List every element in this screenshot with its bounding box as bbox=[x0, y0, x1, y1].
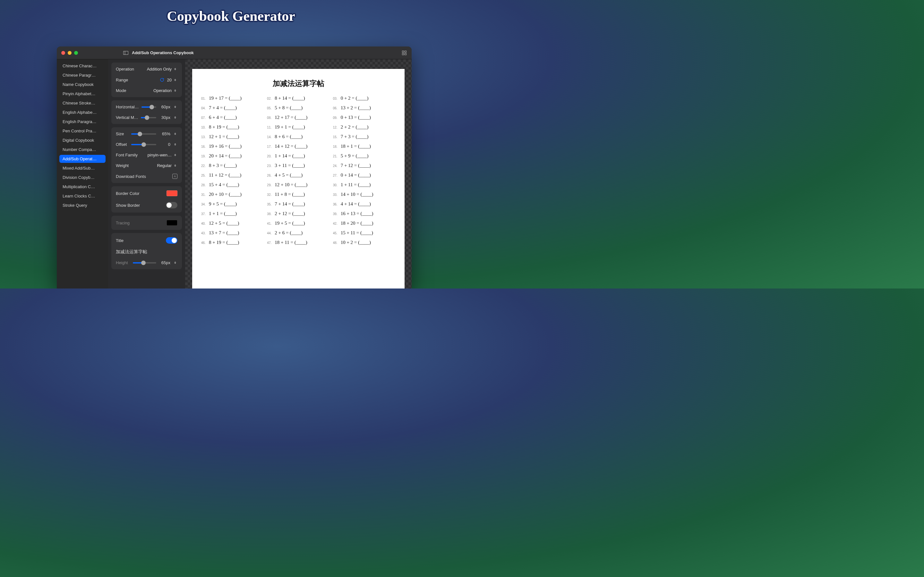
toggle-show-border[interactable] bbox=[166, 202, 178, 208]
problem: 06.13 + 2 = (____) bbox=[333, 105, 396, 111]
row-mode: Mode Operation bbox=[111, 85, 182, 96]
problem-equation: 9 + 5 = (____) bbox=[209, 201, 237, 207]
problem: 28.15 + 4 = (____) bbox=[201, 182, 264, 187]
select-weight[interactable]: Regular bbox=[157, 163, 178, 168]
stepper-vertical[interactable] bbox=[173, 115, 178, 120]
select-mode[interactable]: Operation bbox=[153, 88, 178, 93]
sidebar-item[interactable]: Multiplication C… bbox=[59, 183, 105, 191]
value-offset: 0 bbox=[159, 142, 170, 147]
problem-equation: 8 + 19 = (____) bbox=[209, 124, 239, 130]
sidebar-item[interactable]: Division Copyb… bbox=[59, 173, 105, 181]
problem-number: 17. bbox=[267, 145, 273, 148]
swatch-tracing[interactable] bbox=[166, 220, 178, 226]
toggle-title[interactable] bbox=[166, 237, 178, 243]
stepper-horizontal[interactable] bbox=[173, 105, 178, 109]
row-height: Height 65px bbox=[111, 258, 182, 268]
label-weight: Weight bbox=[116, 163, 129, 168]
slider-offset[interactable] bbox=[131, 144, 156, 145]
slider-horizontal[interactable] bbox=[142, 106, 156, 108]
value-horizontal: 60px bbox=[159, 105, 170, 109]
problem-number: 25. bbox=[201, 174, 207, 177]
sidebar-item[interactable]: Stroke Query bbox=[59, 201, 105, 210]
sidebar-item[interactable]: Digital Copybook bbox=[59, 136, 105, 144]
row-vertical: Vertical M… 30px bbox=[111, 112, 182, 123]
sidebar-item[interactable]: Chinese Charac… bbox=[59, 62, 105, 70]
svg-rect-0 bbox=[124, 51, 128, 55]
select-operation[interactable]: Addition Only bbox=[147, 67, 178, 71]
problem-equation: 8 + 19 = (____) bbox=[209, 240, 239, 245]
close-icon[interactable] bbox=[61, 51, 65, 55]
chevron-updown-icon bbox=[173, 89, 178, 93]
slider-vertical[interactable] bbox=[141, 117, 156, 118]
stepper-size[interactable] bbox=[173, 132, 178, 136]
label-font-family: Font Family bbox=[116, 153, 137, 157]
fullscreen-icon[interactable] bbox=[74, 51, 78, 55]
problem-equation: 15 + 11 = (____) bbox=[341, 230, 373, 235]
sidebar: Chinese Charac…Chinese Paragr…Name Copyb… bbox=[57, 59, 108, 288]
row-weight: Weight Regular bbox=[111, 160, 182, 171]
problem-equation: 1 + 1 = (____) bbox=[209, 211, 237, 216]
sidebar-item[interactable]: Add/Sub Operat… bbox=[59, 155, 105, 163]
problem-equation: 6 + 4 = (____) bbox=[209, 115, 237, 120]
problem: 05.5 + 8 = (____) bbox=[267, 105, 330, 111]
problem-number: 30. bbox=[333, 183, 339, 187]
stepper-height[interactable] bbox=[173, 261, 178, 265]
label-horizontal: Horizontal… bbox=[116, 105, 139, 109]
problem: 07.6 + 4 = (____) bbox=[201, 115, 264, 120]
label-mode: Mode bbox=[116, 88, 126, 93]
problem-equation: 1 + 11 = (____) bbox=[341, 182, 371, 187]
problem-number: 11. bbox=[267, 126, 273, 129]
minimize-icon[interactable] bbox=[68, 51, 71, 55]
chevron-updown-icon bbox=[173, 77, 178, 82]
swatch-border-color[interactable] bbox=[166, 190, 178, 196]
sidebar-item[interactable]: Chinese Paragr… bbox=[59, 71, 105, 79]
panel-tracing: Tracing bbox=[111, 216, 182, 230]
problem-equation: 1 + 14 = (____) bbox=[275, 153, 305, 159]
problem-equation: 7 + 3 = (____) bbox=[341, 134, 368, 139]
grid-icon[interactable] bbox=[401, 50, 407, 56]
sidebar-item[interactable]: Number Compa… bbox=[59, 145, 105, 153]
problem-equation: 2 + 12 = (____) bbox=[275, 211, 305, 216]
row-download-fonts[interactable]: Download Fonts A bbox=[111, 171, 182, 182]
problem-number: 44. bbox=[267, 231, 273, 235]
problem-equation: 18 + 1 = (____) bbox=[341, 143, 371, 149]
problem-equation: 19 + 5 = (____) bbox=[275, 221, 305, 226]
refresh-icon[interactable] bbox=[160, 77, 165, 82]
problem: 04.7 + 4 = (____) bbox=[201, 105, 264, 111]
problem: 36.4 + 14 = (____) bbox=[333, 201, 396, 207]
problem-equation: 12 + 5 = (____) bbox=[209, 221, 239, 226]
app-title: Copybook Generator bbox=[167, 8, 295, 24]
sidebar-item[interactable]: Pen Control Pra… bbox=[59, 127, 105, 135]
row-tracing: Tracing bbox=[111, 217, 182, 229]
problem: 12.2 + 2 = (____) bbox=[333, 124, 396, 130]
stepper-offset[interactable] bbox=[173, 142, 178, 147]
problem-equation: 7 + 4 = (____) bbox=[209, 105, 237, 111]
sidebar-item[interactable]: Name Copybook bbox=[59, 81, 105, 89]
sidebar-item[interactable]: Mixed Add/Sub… bbox=[59, 164, 105, 172]
problem-equation: 2 + 2 = (____) bbox=[341, 124, 368, 130]
svg-rect-5 bbox=[405, 53, 407, 55]
select-range[interactable]: 20 bbox=[167, 77, 178, 82]
sidebar-item[interactable]: Learn Clocks C… bbox=[59, 192, 105, 200]
slider-size[interactable] bbox=[131, 133, 156, 135]
problem-equation: 0 + 13 = (____) bbox=[341, 115, 371, 120]
slider-height[interactable] bbox=[133, 262, 156, 263]
problem-number: 48. bbox=[333, 241, 339, 245]
sidebar-item[interactable]: English Paragra… bbox=[59, 118, 105, 126]
problem-grid: 01.19 + 17 = (____)02.8 + 14 = (____)03.… bbox=[201, 95, 396, 245]
problem: 03.0 + 2 = (____) bbox=[333, 95, 396, 101]
sidebar-item[interactable]: Chinese Stroke… bbox=[59, 99, 105, 107]
sidebar-toggle-icon[interactable] bbox=[123, 50, 129, 56]
chevron-updown-icon bbox=[173, 153, 178, 157]
problem-number: 32. bbox=[267, 193, 273, 197]
input-title-text[interactable]: 加减法运算字帖 bbox=[111, 247, 182, 258]
problem-number: 22. bbox=[201, 164, 207, 168]
problem-number: 20. bbox=[267, 155, 273, 158]
label-tracing: Tracing bbox=[116, 221, 129, 226]
select-font-family[interactable]: pinyin-wen… bbox=[148, 153, 178, 157]
sidebar-item[interactable]: English Alphabe… bbox=[59, 108, 105, 116]
row-size: Size 65% bbox=[111, 129, 182, 139]
problem-number: 34. bbox=[201, 203, 207, 206]
sidebar-item[interactable]: Pinyin Alphabet… bbox=[59, 90, 105, 98]
problem-number: 06. bbox=[333, 106, 339, 110]
